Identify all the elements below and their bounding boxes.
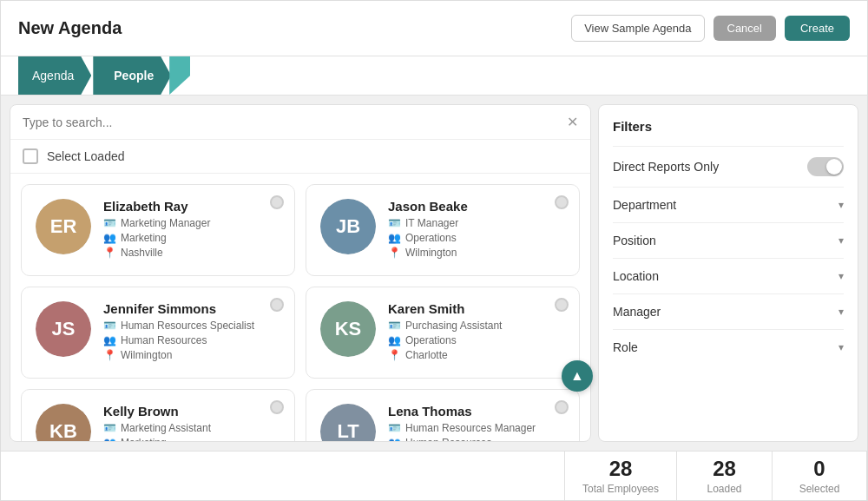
direct-reports-toggle[interactable] — [807, 157, 844, 176]
person-title-detail: 🪪 Marketing Assistant — [103, 422, 280, 434]
group-icon: 👥 — [103, 437, 116, 441]
person-title: IT Manager — [405, 217, 458, 229]
person-icon: 🪪 — [103, 320, 116, 332]
person-location: Charlotte — [405, 349, 448, 361]
chevron-down-icon: ▾ — [838, 306, 844, 318]
chevron-down-icon: ▾ — [838, 341, 844, 353]
person-title: Human Resources Manager — [405, 422, 536, 434]
filter-item-manager[interactable]: Manager ▾ — [613, 293, 844, 329]
filter-label-department: Department — [613, 198, 676, 212]
filter-item-department[interactable]: Department ▾ — [613, 187, 844, 222]
breadcrumb-step-people[interactable]: People — [91, 56, 190, 95]
location-icon: 📍 — [388, 247, 401, 259]
person-title-detail: 🪪 Purchasing Assistant — [388, 320, 565, 332]
avatar: ER — [36, 199, 91, 254]
group-icon: 👥 — [388, 334, 401, 346]
stat-number-selected: 0 — [813, 457, 825, 481]
filters-panel: Filters Direct Reports Only Department ▾… — [598, 104, 858, 442]
stat-selected: 0 Selected — [772, 452, 867, 500]
close-icon[interactable]: ✕ — [567, 114, 578, 130]
person-location: Wilmington — [405, 247, 457, 259]
page-title: New Agenda — [18, 18, 122, 38]
person-select-radio[interactable] — [555, 400, 569, 414]
person-name: Jason Beake — [388, 199, 565, 214]
select-loaded-checkbox[interactable] — [23, 148, 38, 164]
agenda-step-label[interactable]: Agenda — [18, 56, 91, 95]
person-location-detail: 📍 Wilmington — [103, 349, 280, 361]
person-select-radio[interactable] — [555, 195, 569, 209]
avatar-circle: KB — [36, 404, 91, 441]
person-dept-detail: 👥 Marketing — [103, 232, 280, 244]
list-item[interactable]: ER Elizabeth Ray 🪪 Marketing Manager 👥 M… — [21, 184, 295, 276]
filter-item-location[interactable]: Location ▾ — [613, 258, 844, 293]
person-info: Karen Smith 🪪 Purchasing Assistant 👥 Ope… — [388, 301, 565, 364]
scroll-up-icon: ▲ — [570, 368, 584, 384]
breadcrumb-step-agenda[interactable]: Agenda — [18, 56, 91, 95]
search-input[interactable] — [23, 115, 567, 129]
toggle-knob — [826, 159, 842, 175]
filter-label-location: Location — [613, 269, 659, 283]
filter-label-manager: Manager — [613, 305, 661, 319]
list-item[interactable]: JS Jennifer Simmons 🪪 Human Resources Sp… — [21, 287, 295, 379]
footer-stats: 28 Total Employees 28 Loaded 0 Selected — [564, 452, 867, 500]
list-item[interactable]: KB Kelly Brown 🪪 Marketing Assistant 👥 M… — [21, 389, 295, 441]
person-info: Elizabeth Ray 🪪 Marketing Manager 👥 Mark… — [103, 199, 280, 261]
cancel-button[interactable]: Cancel — [713, 16, 776, 41]
stat-label-loaded: Loaded — [707, 483, 741, 495]
filter-item-position[interactable]: Position ▾ — [613, 222, 844, 258]
people-panel: ✕ Select Loaded ER Elizabeth Ray 🪪 Marke… — [10, 104, 591, 442]
filter-label-position: Position — [613, 234, 656, 247]
filter-item-role[interactable]: Role ▾ — [613, 329, 844, 365]
avatar-circle: KS — [320, 301, 376, 357]
avatar-circle: JS — [36, 301, 91, 357]
person-department: Human Resources — [121, 334, 207, 346]
person-title-detail: 🪪 Human Resources Specialist — [103, 320, 280, 332]
person-name: Elizabeth Ray — [103, 199, 280, 214]
person-title-detail: 🪪 IT Manager — [388, 217, 565, 229]
list-item[interactable]: KS Karen Smith 🪪 Purchasing Assistant 👥 … — [306, 287, 580, 379]
chevron-down-icon: ▾ — [838, 270, 844, 282]
person-dept-detail: 👥 Human Resources — [388, 437, 565, 441]
person-select-radio[interactable] — [270, 195, 284, 209]
person-select-radio[interactable] — [555, 298, 569, 312]
header-actions: View Sample Agenda Cancel Create — [571, 15, 850, 42]
stat-label-total: Total Employees — [582, 483, 659, 495]
person-name: Lena Thomas — [388, 404, 565, 419]
group-icon: 👥 — [103, 232, 116, 244]
person-icon: 🪪 — [388, 320, 401, 332]
person-title-detail: 🪪 Human Resources Manager — [388, 422, 565, 434]
person-department: Marketing — [121, 437, 167, 441]
avatar-circle: LT — [320, 404, 376, 441]
create-button[interactable]: Create — [785, 16, 850, 41]
direct-reports-label: Direct Reports Only — [613, 160, 719, 174]
avatar-circle: ER — [36, 199, 91, 254]
stat-loaded: 28 Loaded — [676, 452, 772, 500]
avatar: KS — [320, 301, 376, 357]
person-title: Marketing Manager — [121, 217, 210, 229]
person-department: Human Resources — [405, 437, 491, 441]
person-location: Wilmington — [121, 349, 172, 361]
person-select-radio[interactable] — [270, 400, 284, 414]
view-sample-button[interactable]: View Sample Agenda — [571, 15, 704, 42]
person-dept-detail: 👥 Operations — [388, 334, 565, 346]
person-name: Karen Smith — [388, 301, 565, 316]
person-select-radio[interactable] — [270, 298, 284, 312]
chevron-down-icon: ▾ — [838, 199, 844, 211]
person-info: Jennifer Simmons 🪪 Human Resources Speci… — [103, 301, 280, 364]
list-item[interactable]: LT Lena Thomas 🪪 Human Resources Manager… — [306, 389, 580, 441]
filters-title: Filters — [613, 119, 844, 134]
select-loaded-bar: Select Loaded — [10, 140, 590, 174]
people-step-label[interactable]: People — [93, 56, 171, 95]
person-name: Jennifer Simmons — [103, 301, 280, 316]
list-item[interactable]: JB Jason Beake 🪪 IT Manager 👥 Operations… — [306, 184, 580, 276]
person-title: Purchasing Assistant — [405, 320, 502, 332]
person-name: Kelly Brown — [103, 404, 280, 419]
person-location-detail: 📍 Nashville — [103, 247, 280, 259]
person-info: Lena Thomas 🪪 Human Resources Manager 👥 … — [388, 404, 565, 441]
person-location-detail: 📍 Charlotte — [388, 349, 565, 361]
scroll-up-button[interactable]: ▲ — [562, 360, 593, 392]
location-icon: 📍 — [103, 349, 116, 361]
stat-number-loaded: 28 — [713, 457, 736, 481]
avatar-circle: JB — [320, 199, 376, 254]
person-location: Nashville — [121, 247, 163, 259]
